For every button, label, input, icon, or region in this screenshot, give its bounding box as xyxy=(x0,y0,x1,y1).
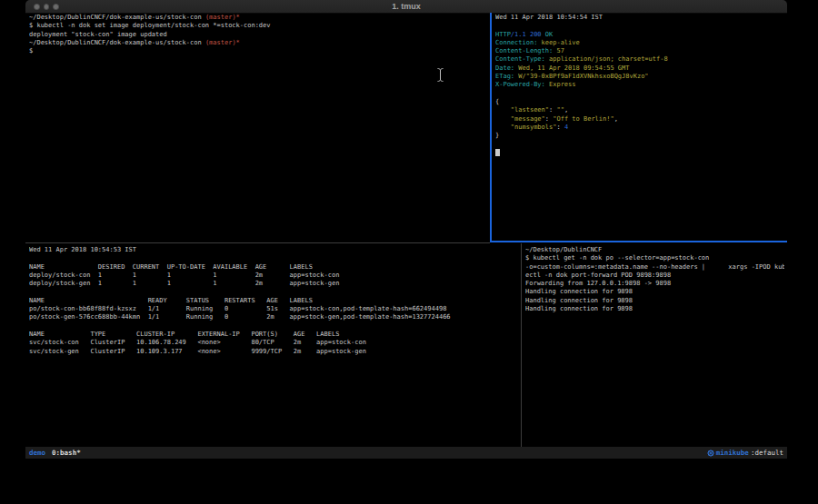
terminal-block-cursor xyxy=(495,149,500,156)
tmux-window-item[interactable]: 0:bash* xyxy=(52,447,81,459)
terminal-line: deploy/stock-gen 1 1 1 1 2m app=stock-ge… xyxy=(29,280,518,288)
kubernetes-wheel-icon xyxy=(707,450,714,457)
terminal-line: $ kubectl get -n dok po --selector=app=s… xyxy=(525,254,784,262)
terminal-line: svc/stock-gen ClusterIP 10.109.3.177 <no… xyxy=(29,348,518,356)
terminal-line: po/stock-gen-576cc688bb-44kmn 1/1 Runnin… xyxy=(29,313,518,321)
tmux-status-right: minikube:default xyxy=(707,447,783,459)
terminal-line: ectl -n dok port-forward POD 9898:9898 xyxy=(525,272,784,280)
terminal-line: Handling connection for 9898 xyxy=(525,305,784,313)
terminal-line: Handling connection for 9898 xyxy=(525,297,784,305)
kube-namespace-label: :default xyxy=(751,447,783,459)
pane-bottom-left-kubectl-get[interactable]: Wed 11 Apr 2018 10:54:53 IST NAME DESIRE… xyxy=(29,246,518,446)
terminal-line: Content-Length: 57 xyxy=(495,47,784,55)
terminal-line: ETag: W/"39-0xBPf9aF1dXVNkhsxoBQgJ8vKzo" xyxy=(495,73,784,81)
terminal-line: NAME DESIRED CURRENT UP-TO-DATE AVAILABL… xyxy=(29,263,518,272)
terminal-line: HTTP/1.1 200 OK xyxy=(495,31,784,39)
terminal-line: } xyxy=(495,132,784,140)
terminal-line: svc/stock-con ClusterIP 10.106.78.249 <n… xyxy=(29,339,518,347)
terminal-line xyxy=(495,149,784,157)
terminal-line xyxy=(29,322,518,331)
terminal-line: Date: Wed, 11 Apr 2018 09:54:55 GMT xyxy=(495,64,784,73)
terminal-line xyxy=(495,140,784,148)
terminal-line: "lastseen": "", xyxy=(495,106,784,114)
tmux-status-bar: demo 0:bash* minikube:default xyxy=(25,447,787,459)
terminal-window: 1. tmux ~/Desktop/DublinCNCF/dok-example… xyxy=(25,0,787,459)
terminal-line: Content-Type: application/json; charset=… xyxy=(495,55,784,64)
terminal-line: Wed 11 Apr 2018 10:54:54 IST xyxy=(495,14,784,22)
terminal-line xyxy=(495,90,784,98)
terminal-line: NAME READY STATUS RESTARTS AGE LABELS xyxy=(29,297,518,305)
terminal-line: Connection: keep-alive xyxy=(495,39,784,47)
terminal-line: ~/Desktop/DublinCNCF xyxy=(525,246,784,254)
terminal-line: "numsymbols": 4 xyxy=(495,124,784,132)
terminal-line: -o=custom-columns=:metadata.name --no-he… xyxy=(525,263,784,272)
pane-divider-bottom-vertical[interactable] xyxy=(521,243,522,447)
pane-top-left-shell[interactable]: ~/Desktop/DublinCNCF/dok-example-us/stoc… xyxy=(29,14,488,240)
mouse-text-ibeam-cursor xyxy=(436,67,444,86)
terminal-line: "message": "Off to Berlin!", xyxy=(495,115,784,124)
terminal-line xyxy=(29,288,518,296)
terminal-line xyxy=(495,22,784,30)
terminal-line: ~/Desktop/DublinCNCF/dok-example-us/stoc… xyxy=(29,14,488,22)
terminal-line: deploy/stock-con 1 1 1 1 2m app=stock-co… xyxy=(29,272,518,280)
kube-context-label: minikube xyxy=(716,447,749,459)
pane-top-right-http-response[interactable]: Wed 11 Apr 2018 10:54:54 IST HTTP/1.1 20… xyxy=(495,14,784,240)
terminal-line: { xyxy=(495,98,784,106)
window-titlebar[interactable]: 1. tmux xyxy=(25,0,787,14)
terminal-line: X-Powered-By: Express xyxy=(495,81,784,89)
tmux-session-name[interactable]: demo xyxy=(29,447,45,459)
terminal-line: Forwarding from 127.0.0.1:9898 -> 9898 xyxy=(525,280,784,288)
terminal-line: $ kubectl -n dok set image deployment/st… xyxy=(29,22,488,30)
terminal-line: Handling connection for 9898 xyxy=(525,288,784,296)
terminal-line: po/stock-con-bb68f88fd-kzsxz 1/1 Running… xyxy=(29,305,518,313)
terminal-line: Wed 11 Apr 2018 10:54:53 IST xyxy=(29,246,518,254)
pane-bottom-right-port-forward[interactable]: ~/Desktop/DublinCNCF$ kubectl get -n dok… xyxy=(525,246,784,446)
terminal-line: $ xyxy=(29,47,488,55)
pane-divider-horizontal-left[interactable] xyxy=(25,242,490,243)
desktop: 1. tmux ~/Desktop/DublinCNCF/dok-example… xyxy=(0,0,818,504)
pane-divider-top-vertical-active[interactable] xyxy=(490,13,492,242)
terminal-line: NAME TYPE CLUSTER-IP EXTERNAL-IP PORT(S)… xyxy=(29,331,518,339)
terminal-line xyxy=(29,254,518,262)
window-title: 1. tmux xyxy=(25,2,787,11)
terminal-line: deployment "stock-con" image updated xyxy=(29,31,488,39)
pane-divider-horizontal-right-active[interactable] xyxy=(490,241,787,242)
terminal-line: ~/Desktop/DublinCNCF/dok-example-us/stoc… xyxy=(29,39,488,47)
